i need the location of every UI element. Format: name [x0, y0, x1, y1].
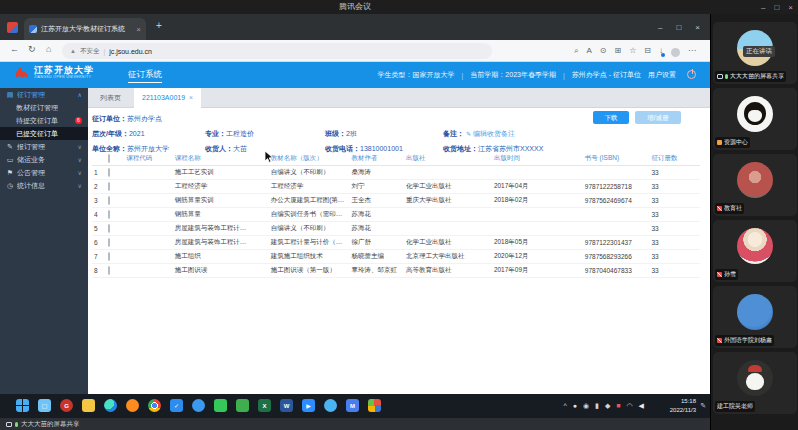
cell-author: 苏海花	[350, 222, 405, 236]
chrome-icon[interactable]	[148, 399, 161, 412]
edit-remark-link[interactable]: 编辑收货备注	[473, 130, 515, 137]
edit-remark-icon[interactable]: ✎	[466, 131, 471, 137]
search-app-icon[interactable]	[192, 399, 205, 412]
notification-pen-icon[interactable]: ✎	[700, 402, 706, 410]
tencent-meeting-icon[interactable]: ▶	[302, 399, 315, 412]
table-row[interactable]: 7施工组织建筑施工组织技术杨晓蕾主编北京理工大学出版社2020年12月97875…	[92, 250, 700, 264]
sidebar-item-label: 征订管理	[17, 90, 75, 100]
browser-close-button[interactable]: ×	[695, 23, 700, 32]
table-row[interactable]: 8施工图识读施工图识读（第一版）覃玲涛、邹京虹高等教育出版社2017年09月97…	[92, 264, 700, 278]
tab-close-icon[interactable]: ×	[136, 25, 141, 34]
address-bar[interactable]: ▲ 不安全 | jc.jsou.edu.cn	[62, 43, 492, 59]
participant-tile-wulaoshi[interactable]: 建工院吴老师	[713, 352, 797, 414]
download-button[interactable]: 下载	[593, 111, 629, 124]
sidebar-item-submitted-orders[interactable]: 已提交征订单	[0, 127, 88, 140]
more-menu-icon[interactable]: ⋯	[688, 43, 696, 59]
security-tray-icon[interactable]: ■	[616, 398, 620, 413]
tab-order-detail[interactable]: 221103A0019 ×	[134, 88, 201, 108]
web-capture-icon[interactable]: ⊞	[614, 43, 621, 59]
green-tree-app-icon[interactable]	[236, 399, 249, 412]
sidebar-item-logistics[interactable]: ▭储运业务∨	[0, 153, 88, 166]
participant-tile-sunxue[interactable]: 孙雪	[713, 220, 797, 282]
order-number: 221103A0019	[142, 88, 185, 108]
word-icon[interactable]: W	[280, 399, 293, 412]
contacts-tray-icon[interactable]: ◉	[583, 398, 589, 413]
wifi-icon[interactable]: ◠	[627, 398, 633, 413]
home-icon[interactable]: ⌂	[46, 44, 51, 54]
back-icon[interactable]: ←	[10, 44, 19, 54]
table-row[interactable]: 1施工工艺实训自编讲义（不印刷）桑海涛33	[92, 166, 700, 180]
new-tab-button[interactable]: +	[156, 20, 162, 31]
tab-list-page[interactable]: 列表页	[92, 88, 129, 108]
read-aloud-icon[interactable]: A	[586, 43, 591, 59]
volume-icon[interactable]: ◀	[639, 398, 644, 413]
maximize-button[interactable]: □	[774, 3, 779, 12]
sidebar-item-label: 报订管理	[17, 142, 75, 152]
close-button[interactable]: ×	[788, 3, 793, 12]
table-row[interactable]: 2工程经济学工程经济学刘宁化学工业出版社2017年04月978712225871…	[92, 180, 700, 194]
ime-tray-icon[interactable]: ◆	[605, 398, 610, 413]
profile-avatar[interactable]	[671, 48, 680, 57]
cell-publisher: 化学工业出版社	[404, 236, 492, 250]
row-checkbox[interactable]	[108, 168, 110, 177]
table-row[interactable]: 3钢筋算量实训办公大厦建筑工程图(第…王全杰重庆大学出版社2018年02月978…	[92, 194, 700, 208]
row-checkbox[interactable]	[108, 252, 110, 261]
browser-tab[interactable]: 江苏开放大学教材征订系统 ×	[24, 18, 146, 40]
sidebar-item-statistics[interactable]: ◷统计信息∨	[0, 179, 88, 192]
logout-power-icon[interactable]	[687, 70, 696, 79]
mic-tray-icon[interactable]: ▮	[595, 398, 599, 413]
participant-tile-jiaoyushe[interactable]: 教育社	[713, 154, 797, 216]
excel-icon[interactable]: X	[258, 399, 271, 412]
row-checkbox[interactable]	[108, 224, 110, 233]
row-checkbox[interactable]	[108, 210, 110, 219]
task-view-icon[interactable]: ▢	[38, 399, 51, 412]
app-body: ▤征订管理∧教材征订管理待提交征订单6已提交征订单✎报订管理∨▭储运业务∨⚑公告…	[0, 88, 710, 394]
select-all-checkbox[interactable]	[108, 154, 110, 163]
table-row[interactable]: 5房屋建筑与装饰工程计…自编讲义（不印刷）苏海花33	[92, 222, 700, 236]
cell-course: 钢筋算量实训	[173, 194, 269, 208]
edge-icon[interactable]	[104, 399, 117, 412]
favorites-star-icon[interactable]: ☆	[629, 43, 636, 59]
minimize-button[interactable]: –	[761, 3, 765, 12]
colorful-grid-app-icon[interactable]	[368, 399, 381, 412]
row-checkbox[interactable]	[108, 182, 110, 191]
firefox-icon[interactable]	[126, 399, 139, 412]
zoom-icon[interactable]: ⊙	[600, 43, 607, 59]
red-g-app-icon[interactable]: G	[60, 399, 73, 412]
row-checkbox[interactable]	[108, 196, 110, 205]
avatar	[737, 96, 773, 132]
adjust-copies-button[interactable]: 增/减册	[635, 111, 681, 124]
hidden-icons-chevron[interactable]: ^	[563, 398, 566, 413]
sidebar-item-pending-orders[interactable]: 待提交征订单6	[0, 114, 88, 127]
participant-tile-liuyangxin[interactable]: 外国语学院刘杨鑫	[713, 286, 797, 348]
participant-tile-screen-share[interactable]: 大大大苗的屏幕共享正在讲话	[713, 22, 797, 84]
refresh-icon[interactable]: ↻	[28, 44, 36, 54]
find-on-page-icon[interactable]: ⌕	[574, 43, 578, 59]
cell-qty: 33	[649, 222, 700, 236]
table-row[interactable]: 6房屋建筑与装饰工程计…建筑工程计量与计价（…徐广舒化学工业出版社2018年05…	[92, 236, 700, 250]
sidebar-item-report-mgmt[interactable]: ✎报订管理∨	[0, 140, 88, 153]
row-checkbox[interactable]	[108, 238, 110, 247]
sidebar-item-textbook-order-mgmt[interactable]: 教材征订管理	[0, 101, 88, 114]
sidebar-item-order-mgmt[interactable]: ▤征订管理∧	[0, 88, 88, 101]
participant-tile-ziyuan[interactable]: 资源中心	[713, 88, 797, 150]
browser-maximize-button[interactable]: □	[676, 23, 681, 32]
file-explorer-icon[interactable]	[82, 399, 95, 412]
start-button[interactable]	[16, 399, 29, 412]
sidebar-item-announcements[interactable]: ⚑公告管理∨	[0, 166, 88, 179]
qq-icon[interactable]	[324, 399, 337, 412]
tab-close-icon[interactable]: ×	[189, 88, 193, 108]
cell-code	[124, 180, 172, 194]
m-app-icon[interactable]: M	[346, 399, 359, 412]
row-checkbox[interactable]	[108, 266, 110, 275]
collections-icon[interactable]: ⊟	[644, 43, 651, 59]
tencent-docs-icon[interactable]: ✓	[170, 399, 183, 412]
qq-penguin-tray-icon[interactable]: ●	[573, 398, 577, 413]
browser-minimize-button[interactable]: –	[658, 23, 662, 32]
downloads-icon[interactable]: ↓	[659, 43, 663, 59]
user-settings-link[interactable]: 用户设置	[648, 70, 676, 80]
cell-publisher: 高等教育出版社	[404, 264, 492, 278]
wechat-icon[interactable]	[214, 399, 227, 412]
taskbar-clock[interactable]: 15:18 2022/11/3	[670, 397, 696, 415]
table-row[interactable]: 4钢筋算量自编实训任务书（需印…苏海花33	[92, 208, 700, 222]
